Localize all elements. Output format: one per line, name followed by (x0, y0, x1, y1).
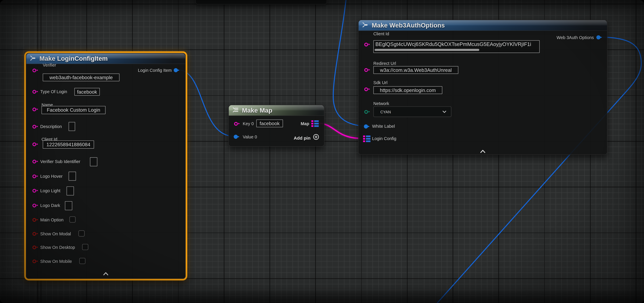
pin-label-network: Network (374, 101, 389, 106)
pin-logo-hover[interactable] (32, 174, 36, 178)
pin-label-main-option: Main Option (40, 217, 64, 222)
pin-logo-dark[interactable] (32, 204, 36, 207)
make-struct-icon (30, 55, 36, 62)
add-pin-label: Add pin (294, 135, 310, 140)
checkbox-main-option[interactable] (70, 216, 76, 222)
pin-label-key-0: Key 0 (243, 121, 254, 126)
pin-name[interactable] (32, 107, 36, 111)
output-pin-label: Web 3Auth Options (556, 35, 594, 40)
pin-label-verifier: Verifier (43, 62, 56, 67)
checkbox-show-on-desktop[interactable] (82, 244, 88, 250)
field-type-of-login[interactable]: facebook (74, 88, 100, 96)
pin-label-show-on-modal: Show On Modal (40, 231, 71, 236)
wire-login-config-item-to-value0[interactable] (178, 70, 234, 136)
pin-verifier-sub-identifier[interactable] (32, 160, 36, 163)
pin-show-on-desktop[interactable] (32, 245, 36, 249)
pin-map-output[interactable] (311, 120, 319, 127)
wire-map-to-login-config[interactable] (319, 123, 361, 138)
pin-label-logo-light: Logo Light (40, 188, 60, 193)
field-client-id[interactable]: 1222658941886084 (43, 140, 94, 149)
pin-network[interactable] (364, 110, 368, 114)
offscreen-node-edge[interactable] (196, 0, 327, 4)
collapse-chevron-icon[interactable] (480, 148, 486, 155)
output-pin-login-config-item[interactable] (174, 68, 178, 72)
pin-label-client-id: Client Id (374, 31, 389, 36)
pin-label-show-on-mobile: Show On Mobile (40, 259, 72, 264)
checkbox-show-on-mobile[interactable] (79, 258, 86, 264)
pin-verifier[interactable] (32, 68, 36, 72)
field-client-id[interactable]: BEglQSgt4cUWcj6SKRdu5QkOXTsePmMcusG5EAoy… (374, 40, 540, 53)
pin-label-redirect-url: Redirect Url (374, 61, 396, 66)
pin-client-id[interactable] (32, 142, 36, 146)
node-title: Make Map (242, 106, 272, 114)
blueprint-editor-window: Make LoginConfigItem Login Config Item V… (0, 0, 644, 303)
pin-login-config[interactable] (363, 136, 370, 142)
pin-logo-light[interactable] (32, 188, 36, 192)
field-key-0[interactable]: facebook (256, 120, 283, 127)
pin-label-verifier-sub-identifier: Verifier Sub Identifier (40, 159, 80, 164)
add-pin-button[interactable]: Add pin (294, 134, 319, 142)
node-title: Make Web3AuthOptions (372, 22, 445, 29)
field-redirect-url[interactable]: w3a://com.w3a.Web3AuthUnreal (374, 66, 458, 74)
pin-description[interactable] (32, 124, 36, 128)
pin-key-0[interactable] (234, 122, 238, 126)
graph-canvas[interactable]: Make LoginConfigItem Login Config Item V… (0, 0, 644, 303)
node-make-login-config-item[interactable]: Make LoginConfigItem Login Config Item V… (26, 53, 186, 279)
field-sdk-url[interactable]: https://sdk.openlogin.com (374, 86, 442, 94)
pin-redirect-url[interactable] (364, 68, 368, 72)
network-selected-value: CYAN (374, 110, 442, 114)
field-verifier[interactable]: web3auth-facebook-example (43, 74, 120, 81)
pin-client-id[interactable] (364, 42, 368, 46)
pin-value-0[interactable] (234, 135, 238, 139)
pin-type-of-login[interactable] (32, 90, 36, 94)
pin-main-option[interactable] (32, 218, 36, 222)
pin-show-on-mobile[interactable] (32, 259, 36, 263)
node-header-make-web3auth-options[interactable]: Make Web3AuthOptions (358, 20, 607, 31)
pin-label-sdk-url: Sdk Url (374, 80, 388, 85)
client-id-scrollbar[interactable] (374, 49, 480, 51)
pin-label-value-0: Value 0 (243, 134, 257, 139)
pin-sdk-url[interactable] (364, 87, 368, 91)
make-map-icon (232, 106, 239, 114)
pin-label-description: Description (40, 124, 62, 129)
pin-white-label[interactable] (364, 124, 368, 128)
node-title: Make LoginConfigItem (40, 55, 108, 62)
add-pin-icon (313, 134, 319, 142)
pin-label-map: Map (301, 121, 309, 126)
pin-label-logo-dark: Logo Dark (40, 203, 60, 208)
node-header-make-map[interactable]: Make Map (229, 105, 324, 116)
field-logo-dark[interactable] (65, 201, 72, 210)
field-logo-light[interactable] (66, 186, 74, 196)
output-pin-web3auth-options[interactable] (596, 35, 600, 40)
pin-show-on-modal[interactable] (32, 232, 36, 236)
node-make-web3auth-options[interactable]: Make Web3AuthOptions Web 3Auth Options C… (358, 20, 607, 155)
node-make-map[interactable]: Make Map Key 0 facebook Map Value 0 Add … (228, 105, 324, 147)
chevron-down-icon (442, 110, 446, 113)
checkbox-show-on-modal[interactable] (78, 230, 85, 236)
output-pin-label: Login Config Item (138, 68, 172, 73)
field-name[interactable]: Facebook Custom Login (42, 106, 106, 114)
make-struct-icon (362, 22, 369, 29)
field-verifier-sub-identifier[interactable] (90, 157, 97, 166)
pin-label-login-config: Login Config (372, 136, 396, 141)
pin-label-type-of-login: Type Of Login (40, 89, 67, 94)
field-description[interactable] (68, 122, 75, 131)
pin-label-white-label: White Label (372, 124, 395, 128)
field-logo-hover[interactable] (68, 172, 76, 181)
network-dropdown[interactable]: CYAN (374, 106, 452, 117)
pin-label-logo-hover: Logo Hover (40, 174, 62, 179)
collapse-chevron-icon[interactable] (103, 270, 108, 277)
pin-label-show-on-desktop: Show On Desktop (40, 245, 75, 250)
